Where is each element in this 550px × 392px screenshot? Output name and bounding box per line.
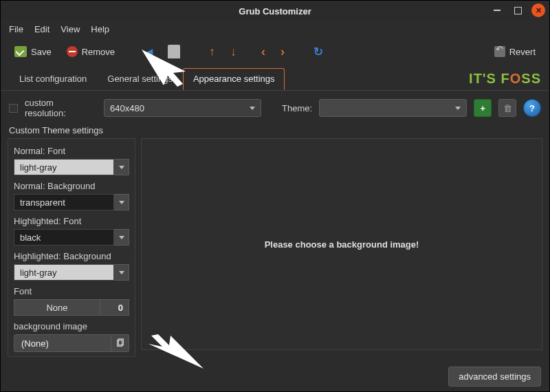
remove-theme-button[interactable]: 🗑 xyxy=(498,99,516,117)
background-preview-area[interactable]: Please choose a background image! xyxy=(141,138,542,350)
dropdown-button[interactable] xyxy=(114,194,129,210)
undo-icon: ◂ xyxy=(146,44,153,59)
preview-placeholder: Please choose a background image! xyxy=(265,239,419,250)
resolution-combo[interactable]: 640x480 xyxy=(104,99,261,117)
background-image-button[interactable]: (None) xyxy=(14,334,111,352)
chevron-down-icon xyxy=(119,271,124,274)
menu-view[interactable]: View xyxy=(60,24,80,34)
menu-file[interactable]: File xyxy=(9,24,23,34)
tab-appearance-settings[interactable]: Appearance settings xyxy=(183,68,285,90)
dropdown-button[interactable] xyxy=(114,264,129,281)
help-icon: ? xyxy=(529,103,535,113)
chevron-down-icon xyxy=(455,107,461,110)
normal-font-select[interactable]: light-gray xyxy=(14,159,129,175)
theme-label: Theme: xyxy=(282,103,312,113)
dropdown-button[interactable] xyxy=(114,229,129,246)
chevron-left-icon: ‹ xyxy=(261,45,265,59)
brand-logo: IT'S FOSS xyxy=(469,71,541,87)
body: Normal: Font light-gray Normal: Backgrou… xyxy=(1,138,549,361)
window-controls: ✕ xyxy=(490,3,545,17)
tab-list-configuration[interactable]: List configuration xyxy=(9,68,97,89)
highlighted-bg-select[interactable]: light-gray xyxy=(14,264,129,281)
custom-resolution-label: custom resolution: xyxy=(25,98,97,118)
background-image-label: background image xyxy=(14,321,129,331)
background-image-clear-button[interactable] xyxy=(111,334,129,352)
remove-label: Remove xyxy=(82,47,115,57)
background-image-row: (None) xyxy=(14,334,129,352)
highlighted-font-select[interactable]: black xyxy=(14,229,129,246)
custom-resolution-checkbox[interactable] xyxy=(9,104,18,113)
toolbar: Save Remove ◂ ↑ ↓ ‹ › ↻ Revert xyxy=(1,39,549,67)
chevron-down-icon xyxy=(119,166,124,169)
remove-button[interactable]: Remove xyxy=(61,43,120,60)
close-button[interactable]: ✕ xyxy=(531,3,545,17)
window-title: Grub Customizer xyxy=(239,6,311,17)
highlighted-font-label: Highlighted: Font xyxy=(14,216,129,226)
menu-edit[interactable]: Edit xyxy=(34,24,50,34)
normal-bg-label: Normal: Background xyxy=(14,181,129,191)
add-theme-button[interactable]: + xyxy=(474,99,492,117)
chevron-down-icon xyxy=(119,236,124,239)
highlighted-bg-label: Highlighted: Background xyxy=(14,251,129,261)
theme-combo[interactable] xyxy=(319,99,467,117)
plus-icon: + xyxy=(480,103,485,113)
normal-font-label: Normal: Font xyxy=(14,146,129,156)
maximize-button[interactable] xyxy=(511,3,525,17)
font-name-button[interactable]: None xyxy=(14,299,100,316)
dropdown-button[interactable] xyxy=(114,159,129,175)
delete-icon: 🗑 xyxy=(503,103,512,113)
remove-icon xyxy=(67,46,78,57)
resolution-theme-row: custom resolution: 640x480 Theme: + 🗑 ? xyxy=(1,91,549,125)
save-icon xyxy=(14,46,27,57)
custom-theme-section-label: Custom Theme settings xyxy=(1,125,549,138)
chevron-down-icon xyxy=(250,107,255,110)
resolution-value: 640x480 xyxy=(110,103,144,113)
tab-general-settings[interactable]: General settings xyxy=(97,68,183,89)
new-file-icon xyxy=(168,45,180,58)
move-down-button[interactable]: ↓ xyxy=(225,42,242,62)
move-up-button[interactable]: ↑ xyxy=(204,42,221,62)
footer: advanced settings xyxy=(1,361,549,392)
highlighted-bg-value: light-gray xyxy=(14,264,114,281)
titlebar: Grub Customizer ✕ xyxy=(1,1,549,21)
highlighted-font-value: black xyxy=(14,229,114,246)
undo-button[interactable]: ◂ xyxy=(141,41,158,62)
tabs: List configuration General settings Appe… xyxy=(1,67,549,91)
help-button[interactable]: ? xyxy=(523,99,541,117)
normal-font-value: light-gray xyxy=(14,159,114,175)
menubar: File Edit View Help xyxy=(1,21,549,39)
menu-help[interactable]: Help xyxy=(91,24,109,34)
advanced-settings-button[interactable]: advanced settings xyxy=(448,367,541,386)
font-size-field[interactable]: 0 xyxy=(100,299,129,316)
theme-settings-sidebar: Normal: Font light-gray Normal: Backgrou… xyxy=(8,138,135,357)
reload-icon: ↻ xyxy=(314,45,323,59)
revert-label: Revert xyxy=(509,47,536,57)
revert-button[interactable]: Revert xyxy=(489,43,541,60)
chevron-down-icon xyxy=(119,201,124,204)
next-button[interactable]: › xyxy=(275,42,290,62)
arrow-up-icon: ↑ xyxy=(209,45,215,59)
revert-icon xyxy=(494,46,505,57)
font-label: Font xyxy=(14,286,129,296)
prev-button[interactable]: ‹ xyxy=(256,42,271,62)
reload-button[interactable]: ↻ xyxy=(308,42,329,62)
chevron-right-icon: › xyxy=(280,45,285,59)
font-row: None 0 xyxy=(14,299,129,316)
save-label: Save xyxy=(31,47,52,57)
save-button[interactable]: Save xyxy=(9,43,57,60)
normal-bg-value: transparent xyxy=(14,194,114,210)
new-button[interactable] xyxy=(162,42,186,61)
normal-bg-select[interactable]: transparent xyxy=(14,194,129,210)
minimize-button[interactable] xyxy=(490,3,504,17)
arrow-down-icon: ↓ xyxy=(230,45,236,59)
copy-icon xyxy=(116,338,125,348)
